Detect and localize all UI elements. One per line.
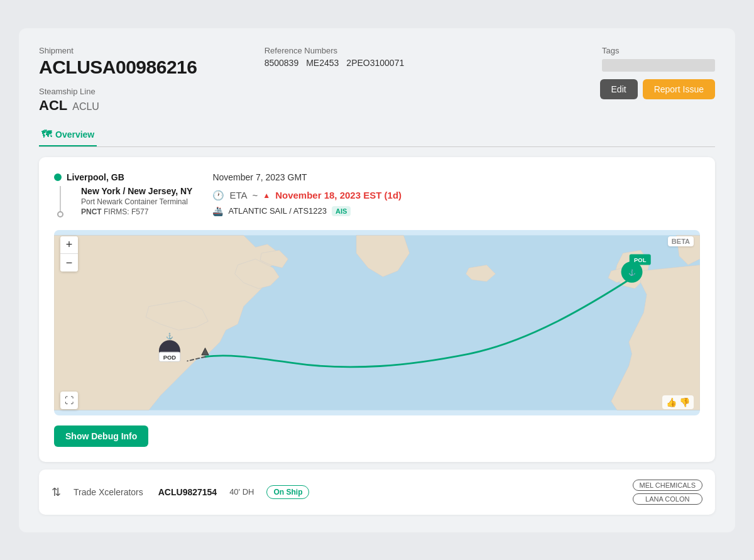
vessel-name: ATLANTIC SAIL / ATS1223 xyxy=(228,206,327,216)
steamship-name: ACL xyxy=(39,97,67,114)
svg-text:⚓: ⚓ xyxy=(628,268,636,276)
tab-overview[interactable]: 🗺 Overview xyxy=(39,124,97,146)
beta-badge: BETA xyxy=(668,236,694,246)
reference-label: Reference Numbers xyxy=(265,46,490,55)
svg-text:POD: POD xyxy=(163,353,177,360)
edit-button[interactable]: Edit xyxy=(600,79,638,99)
cargo-size: 40' DH xyxy=(229,487,254,497)
map-feedback: 👍 👎 xyxy=(662,395,694,409)
dest-dot xyxy=(57,211,63,217)
steamship-code: ACLU xyxy=(72,101,99,113)
fullscreen-icon: ⛶ xyxy=(65,395,74,405)
cargo-row: ⇅ Trade Xcelerators ACLU9827154 40' DH O… xyxy=(39,469,715,515)
map-zoom-out-button[interactable]: − xyxy=(60,254,78,272)
map-fullscreen-button[interactable]: ⛶ xyxy=(60,392,78,409)
tabs-bar: 🗺 Overview xyxy=(39,124,715,147)
main-card: Liverpool, GB New York / New Jersey, NY … xyxy=(39,157,715,462)
route-right: November 7, 2023 GMT 🕐 ETA ~ ▲ November … xyxy=(212,172,700,217)
ref-number-3: 2PEO3100071 xyxy=(346,58,404,68)
route-connector xyxy=(57,186,63,217)
cargo-tags: MEL CHEMICALS LANA COLON xyxy=(633,480,702,505)
dest-pnct: PNCT xyxy=(81,207,102,216)
tags-label: Tags xyxy=(602,46,715,55)
origin-dot xyxy=(54,173,62,181)
svg-text:⚓: ⚓ xyxy=(166,332,173,339)
map-container: ⚓ POD ⚓ POL + xyxy=(54,230,700,415)
cargo-tag-1: MEL CHEMICALS xyxy=(633,480,702,491)
departure-date: November 7, 2023 GMT xyxy=(212,172,700,182)
map-zoom-in-button[interactable]: + xyxy=(60,236,78,254)
dest-firms: FIRMS: F577 xyxy=(104,207,148,216)
steamship-label: Steamship Line xyxy=(39,87,265,96)
thumbs-down-icon[interactable]: 👎 xyxy=(679,397,690,407)
dest-name: New York / New Jersey, NY xyxy=(81,186,192,196)
dest-codes: PNCT FIRMS: F577 xyxy=(81,207,192,216)
map-controls: + − xyxy=(60,236,78,272)
route-destination: New York / New Jersey, NY Port Newark Co… xyxy=(81,186,192,216)
overview-icon: 🗺 xyxy=(41,129,52,140)
ref-number-1: 8500839 xyxy=(265,58,299,68)
reference-numbers: 8500839 ME2453 2PEO3100071 xyxy=(265,58,490,68)
eta-arrow-icon: ▲ xyxy=(263,191,270,200)
cargo-sort-icon: ⇅ xyxy=(52,485,61,499)
eta-label: ETA xyxy=(229,190,247,200)
report-issue-button[interactable]: Report Issue xyxy=(643,79,715,99)
eta-date: November 18, 2023 EST (1d) xyxy=(275,190,402,200)
svg-text:POL: POL xyxy=(634,256,647,263)
ref-number-2: ME2453 xyxy=(306,58,339,68)
tab-overview-label: Overview xyxy=(55,129,94,140)
cargo-provider: Trade Xcelerators xyxy=(74,487,143,497)
tags-input[interactable] xyxy=(602,59,715,72)
vessel-row: 🚢 ATLANTIC SAIL / ATS1223 AIS xyxy=(212,206,700,216)
ais-badge: AIS xyxy=(332,206,351,216)
clock-icon: 🕐 xyxy=(212,190,224,201)
on-ship-badge: On Ship xyxy=(266,485,309,499)
eta-row: 🕐 ETA ~ ▲ November 18, 2023 EST (1d) xyxy=(212,190,700,201)
show-debug-info-button[interactable]: Show Debug Info xyxy=(54,425,148,447)
shipment-id: ACLUSA00986216 xyxy=(39,57,265,78)
eta-approx: ~ xyxy=(252,190,258,200)
cargo-container-id: ACLU9827154 xyxy=(158,487,217,497)
thumbs-up-icon[interactable]: 👍 xyxy=(666,397,677,407)
route-section: Liverpool, GB New York / New Jersey, NY … xyxy=(54,172,700,217)
cargo-tag-2: LANA COLON xyxy=(633,493,702,505)
origin-name: Liverpool, GB xyxy=(67,172,124,182)
map-svg: ⚓ POD ⚓ POL xyxy=(54,230,700,415)
vessel-icon: 🚢 xyxy=(212,206,223,216)
route-origin: Liverpool, GB xyxy=(54,172,192,182)
dest-terminal: Port Newark Container Terminal xyxy=(81,197,192,206)
route-left: Liverpool, GB New York / New Jersey, NY … xyxy=(54,172,192,217)
shipment-label: Shipment xyxy=(39,46,265,55)
route-line: New York / New Jersey, NY Port Newark Co… xyxy=(54,186,192,217)
